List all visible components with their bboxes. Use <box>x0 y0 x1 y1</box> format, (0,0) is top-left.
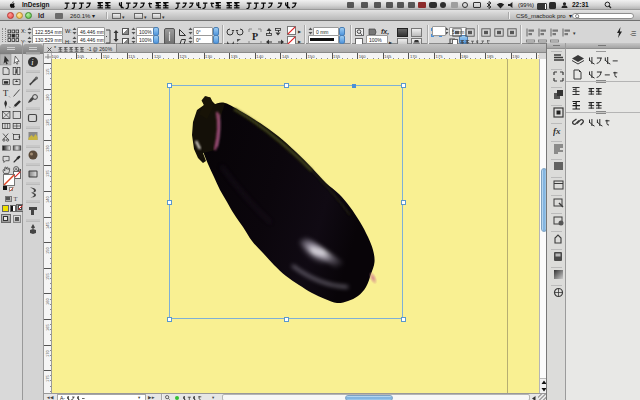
svg-text:fx: fx <box>553 126 561 136</box>
svg-text:T: T <box>3 88 9 98</box>
svg-text:P: P <box>252 31 258 42</box>
svg-text:i: i <box>31 58 33 67</box>
